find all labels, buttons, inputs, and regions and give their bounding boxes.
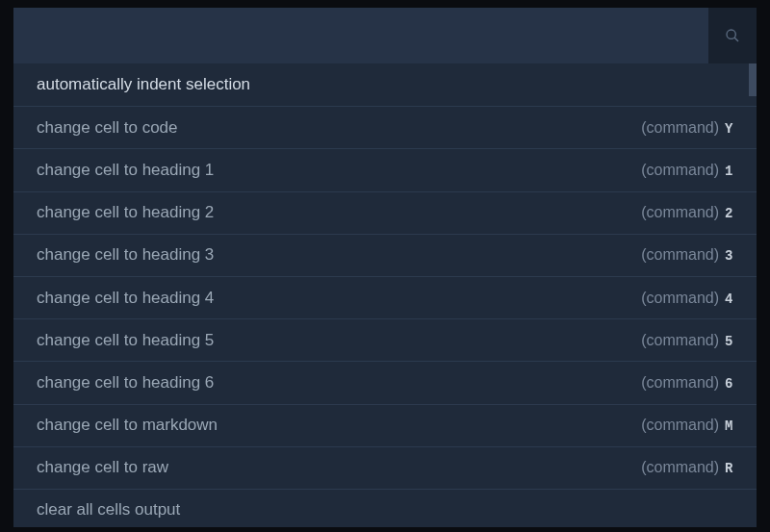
- search-icon: [725, 28, 740, 43]
- command-label: change cell to markdown: [37, 416, 641, 435]
- command-label: automatically indent selection: [37, 75, 728, 94]
- search-row: [13, 8, 757, 63]
- svg-point-0: [727, 30, 735, 38]
- command-item[interactable]: change cell to heading 3 (command) 3: [13, 234, 757, 276]
- shortcut-mode: (command): [641, 246, 719, 264]
- shortcut-mode: (command): [641, 374, 719, 392]
- scrollbar-thumb[interactable]: [749, 63, 757, 96]
- command-shortcut: (command) R: [641, 459, 733, 476]
- command-palette: automatically indent selection change ce…: [13, 8, 757, 527]
- search-input[interactable]: [13, 8, 708, 63]
- shortcut-key: 5: [725, 334, 733, 349]
- shortcut-key: 6: [725, 376, 733, 392]
- command-shortcut: (command) 3: [641, 246, 733, 264]
- command-item[interactable]: change cell to heading 5 (command) 5: [13, 318, 757, 361]
- shortcut-mode: (command): [641, 290, 719, 307]
- command-label: clear all cells output: [37, 500, 728, 519]
- command-item[interactable]: clear all cells output: [13, 489, 757, 527]
- command-label: change cell to heading 5: [37, 331, 641, 350]
- shortcut-key: Y: [725, 121, 733, 137]
- command-item[interactable]: change cell to raw (command) R: [13, 446, 757, 489]
- shortcut-key: 4: [725, 291, 733, 307]
- command-label: change cell to heading 6: [37, 373, 641, 393]
- command-list-wrap: automatically indent selection change ce…: [13, 63, 757, 527]
- command-label: change cell to code: [37, 118, 641, 138]
- shortcut-mode: (command): [641, 119, 719, 137]
- command-item[interactable]: change cell to heading 6 (command) 6: [13, 361, 757, 403]
- command-shortcut: (command) 2: [641, 204, 733, 221]
- command-label: change cell to heading 1: [37, 161, 641, 180]
- command-label: change cell to heading 2: [37, 203, 641, 222]
- command-item[interactable]: change cell to code (command) Y: [13, 106, 757, 148]
- command-item[interactable]: change cell to heading 4 (command) 4: [13, 276, 757, 318]
- command-shortcut: (command) Y: [641, 119, 733, 137]
- command-label: change cell to heading 4: [37, 289, 641, 308]
- shortcut-key: 2: [725, 206, 733, 221]
- shortcut-mode: (command): [641, 459, 719, 476]
- command-item[interactable]: automatically indent selection: [13, 63, 757, 106]
- shortcut-key: M: [725, 418, 733, 434]
- command-shortcut: (command) 5: [641, 332, 733, 349]
- shortcut-key: R: [725, 461, 733, 476]
- command-label: change cell to heading 3: [37, 245, 641, 265]
- shortcut-mode: (command): [641, 204, 719, 221]
- shortcut-key: 3: [725, 248, 733, 264]
- command-item[interactable]: change cell to heading 2 (command) 2: [13, 191, 757, 234]
- shortcut-key: 1: [725, 164, 733, 179]
- shortcut-mode: (command): [641, 332, 719, 349]
- command-shortcut: (command) 1: [641, 162, 733, 179]
- command-item[interactable]: change cell to heading 1 (command) 1: [13, 148, 757, 190]
- command-shortcut: (command) M: [641, 417, 733, 434]
- command-list: automatically indent selection change ce…: [13, 63, 757, 527]
- shortcut-mode: (command): [641, 417, 719, 434]
- command-shortcut: (command) 4: [641, 290, 733, 307]
- search-button[interactable]: [708, 8, 757, 63]
- command-shortcut: (command) 6: [641, 374, 733, 392]
- command-label: change cell to raw: [37, 458, 641, 477]
- command-item[interactable]: change cell to markdown (command) M: [13, 404, 757, 446]
- shortcut-mode: (command): [641, 162, 719, 179]
- svg-line-1: [734, 38, 738, 41]
